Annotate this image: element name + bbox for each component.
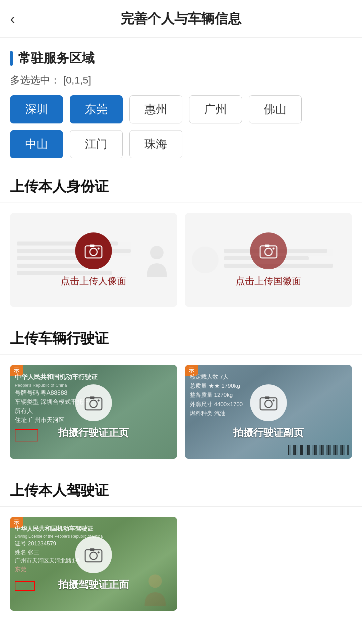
svg-rect-20 [90, 548, 95, 551]
camera-icon-back [259, 241, 278, 261]
tag-grid: 深圳东莞惠州广州佛山中山江门珠海 [10, 95, 352, 158]
tag-东莞[interactable]: 东莞 [70, 95, 123, 123]
id-card-section-title: 上传本人身份证 [10, 178, 109, 194]
camera-icon-vehicle-back [259, 393, 278, 413]
driving-front-label: 拍摄驾驶证正面 [58, 578, 129, 592]
service-area-title: 常驻服务区域 [18, 50, 95, 67]
camera-circle-back [250, 232, 287, 269]
person-silhouette-icon [143, 243, 170, 277]
back-button[interactable]: ‹ [10, 10, 15, 27]
vehicle-license-section: 上传车辆行驶证 示 中华人民共和国机动车行驶证 People's Republi… [0, 317, 362, 469]
tag-广州[interactable]: 广州 [189, 95, 242, 123]
vehicle-front-camera-overlay: 拍摄行驶证正页 [10, 365, 177, 459]
svg-rect-11 [90, 396, 95, 399]
svg-point-6 [265, 248, 272, 256]
svg-point-21 [98, 551, 100, 553]
id-back-upload[interactable]: 点击上传国徽面 [185, 213, 352, 307]
tag-深圳[interactable]: 深圳 [10, 95, 63, 123]
svg-point-19 [90, 552, 97, 559]
svg-point-16 [273, 399, 275, 401]
vehicle-section-title: 上传车辆行驶证 [10, 330, 109, 346]
id-front-upload[interactable]: 点击上传人像面 [10, 213, 177, 307]
tag-佛山[interactable]: 佛山 [249, 95, 302, 123]
driving-section-header: 上传本人驾驶证 [0, 469, 362, 507]
svg-point-14 [265, 400, 272, 408]
driving-front-camera-overlay: 拍摄驾驶证正面 [10, 517, 177, 611]
vehicle-front-upload[interactable]: 示 中华人民共和国机动车行驶证 People's Republic of Chi… [10, 365, 177, 459]
vehicle-upload-row: 示 中华人民共和国机动车行驶证 People's Republic of Chi… [0, 355, 362, 469]
vehicle-back-camera-overlay: 拍摄行驶证副页 [185, 365, 352, 459]
section-bar-indicator [10, 51, 13, 66]
driving-front-upload[interactable]: 示 中华人民共和国机动车驾驶证 Driving License of the P… [10, 517, 177, 611]
tag-珠海[interactable]: 珠海 [129, 130, 182, 158]
vehicle-back-camera-circle [250, 384, 287, 421]
svg-rect-1 [85, 246, 102, 258]
svg-point-0 [150, 246, 164, 259]
svg-point-4 [98, 248, 100, 250]
header: ‹ 完善个人与车辆信息 [0, 0, 362, 38]
svg-rect-9 [85, 398, 102, 410]
svg-rect-7 [265, 245, 269, 247]
tag-惠州[interactable]: 惠州 [129, 95, 182, 123]
camera-icon-driving [84, 545, 103, 565]
driving-section-title: 上传本人驾驶证 [10, 482, 109, 498]
tag-江门[interactable]: 江门 [70, 130, 123, 158]
emblem-circle [192, 247, 219, 273]
svg-rect-5 [260, 246, 277, 258]
svg-rect-3 [90, 245, 95, 247]
vehicle-back-label: 拍摄行驶证副页 [233, 426, 304, 440]
driving-front-camera-circle [75, 536, 112, 573]
section-title-row: 常驻服务区域 [10, 50, 352, 67]
svg-point-8 [273, 248, 275, 250]
id-back-label: 点击上传国徽面 [236, 275, 301, 287]
id-card-section: 上传本人身份证 [0, 165, 362, 317]
svg-point-12 [98, 399, 100, 401]
vehicle-front-label: 拍摄行驶证正页 [58, 426, 129, 440]
service-area-section: 常驻服务区域 多选选中： [0,1,5] 深圳东莞惠州广州佛山中山江门珠海 [0, 38, 362, 165]
multi-select-label: 多选选中： [0,1,5] [10, 73, 352, 87]
driving-upload-row: 示 中华人民共和国机动车驾驶证 Driving License of the P… [0, 507, 362, 621]
driving-license-section: 上传本人驾驶证 示 中华人民共和国机动车驾驶证 Driving License … [0, 469, 362, 621]
svg-rect-18 [85, 550, 102, 562]
vehicle-back-upload[interactable]: 示 核定载人数 7人 总质量 ★★ 1790kg 整备质量 1270kg 外廓尺… [185, 365, 352, 459]
svg-point-10 [90, 400, 97, 408]
id-card-section-header: 上传本人身份证 [0, 165, 362, 203]
svg-point-2 [90, 248, 97, 256]
svg-rect-13 [260, 398, 277, 410]
vehicle-section-header: 上传车辆行驶证 [0, 317, 362, 355]
id-card-upload-row: 点击上传人像面 点击上传国徽面 [0, 203, 362, 317]
tag-中山[interactable]: 中山 [10, 130, 63, 158]
camera-icon [84, 241, 103, 261]
id-front-label: 点击上传人像面 [61, 275, 126, 287]
svg-rect-15 [265, 396, 269, 399]
page-title: 完善个人与车辆信息 [10, 9, 352, 28]
vehicle-front-camera-circle [75, 384, 112, 421]
camera-icon-vehicle-front [84, 393, 103, 413]
camera-circle-front [75, 232, 112, 269]
selected-values-display: [0,1,5] [63, 74, 91, 86]
